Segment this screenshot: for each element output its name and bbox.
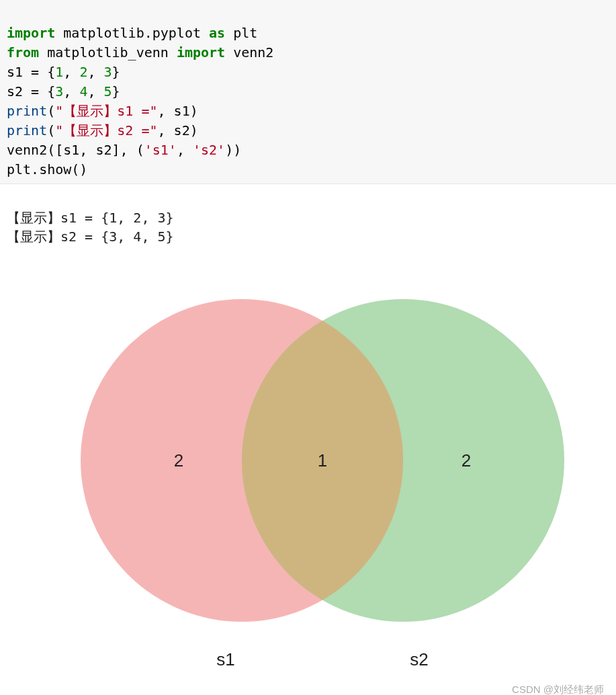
module-name: matplotlib.pyplot: [55, 25, 209, 41]
paren: (: [47, 122, 55, 138]
kw-from: from: [7, 44, 39, 60]
venn-svg: 2 1 2 s1 s2: [0, 249, 616, 695]
num-literal: 2: [79, 64, 87, 80]
str-literal: 's1': [144, 142, 177, 158]
num-literal: 1: [55, 64, 63, 80]
venn2-call: venn2([s1, s2], (: [7, 142, 144, 158]
num-literal: 3: [55, 83, 63, 99]
kw-import: import: [7, 25, 55, 41]
assign-s1: s1 = {: [7, 64, 55, 80]
code-line-6: print("【显示】s2 =", s2): [7, 122, 198, 138]
comma: ,: [63, 83, 79, 99]
brace-close: }: [112, 64, 120, 80]
venn-count-left: 2: [174, 450, 183, 471]
output-line-1: 【显示】s1 = {1, 2, 3}: [7, 210, 174, 226]
paren: (: [47, 103, 55, 119]
code-line-3: s1 = {1, 2, 3}: [7, 64, 120, 80]
args-rest: , s1): [158, 103, 198, 119]
fn-print: print: [7, 122, 47, 138]
args-rest: , s2): [158, 122, 198, 138]
code-line-4: s2 = {3, 4, 5}: [7, 83, 120, 99]
num-literal: 3: [104, 64, 112, 80]
num-literal: 4: [79, 83, 87, 99]
venn-chart: 2 1 2 s1 s2 CSDN @刘经纬老师: [0, 249, 616, 695]
stdout-output: 【显示】s1 = {1, 2, 3} 【显示】s2 = {3, 4, 5}: [0, 184, 616, 249]
code-line-1: import matplotlib.pyplot as plt: [7, 25, 257, 41]
venn-count-mid: 1: [318, 450, 327, 471]
paren-close: )): [225, 142, 241, 158]
venn-count-right: 2: [461, 450, 471, 471]
comma: ,: [177, 142, 193, 158]
venn-label-s1: s1: [216, 649, 234, 669]
venn-label-s2: s2: [410, 649, 428, 669]
code-line-7: venn2([s1, s2], ('s1', 's2')): [7, 142, 241, 158]
brace-close: }: [112, 83, 120, 99]
str-literal: "【显示】s2 =": [55, 122, 157, 138]
num-literal: 5: [104, 83, 112, 99]
watermark: CSDN @刘经纬老师: [512, 684, 604, 695]
comma: ,: [63, 64, 79, 80]
kw-as: as: [209, 25, 225, 41]
module-name: matplotlib_venn: [39, 44, 177, 60]
comma: ,: [87, 83, 103, 99]
kw-import: import: [177, 44, 225, 60]
code-cell: import matplotlib.pyplot as plt from mat…: [0, 0, 616, 184]
fn-print: print: [7, 103, 47, 119]
code-line-2: from matplotlib_venn import venn2: [7, 44, 273, 60]
plt-show: plt.show(): [7, 161, 87, 177]
alias-name: plt: [225, 25, 257, 41]
code-line-8: plt.show(): [7, 161, 87, 177]
code-line-5: print("【显示】s1 =", s1): [7, 103, 198, 119]
import-name: venn2: [225, 44, 273, 60]
assign-s2: s2 = {: [7, 83, 55, 99]
comma: ,: [87, 64, 103, 80]
str-literal: "【显示】s1 =": [55, 103, 157, 119]
output-line-2: 【显示】s2 = {3, 4, 5}: [7, 229, 174, 245]
str-literal: 's2': [193, 142, 225, 158]
